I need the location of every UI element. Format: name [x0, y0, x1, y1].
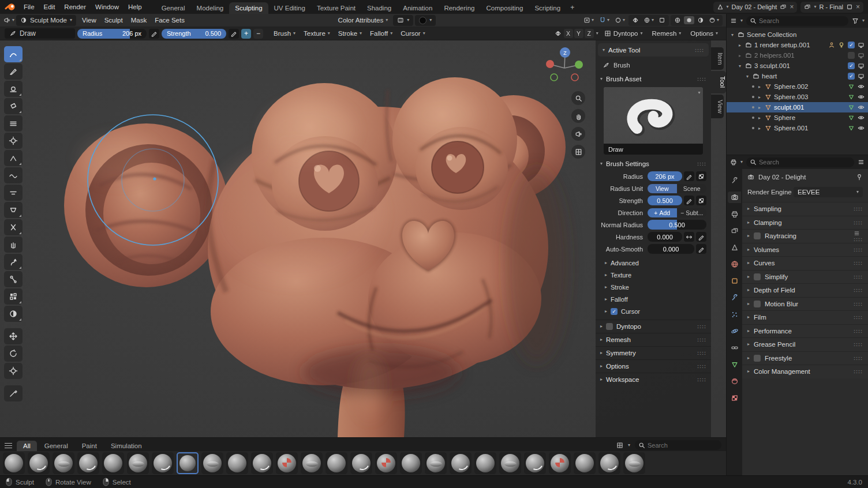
brush-asset-thumbnail[interactable] [574, 452, 596, 474]
normal-radius-field[interactable]: 0.500 [648, 220, 706, 230]
shelf-tab-all[interactable]: All [17, 441, 37, 451]
workspace-tab-modeling[interactable]: Modeling [191, 2, 230, 14]
zoom-button[interactable] [571, 91, 585, 105]
brush-asset-thumbnail[interactable] [77, 452, 99, 474]
radius-slider[interactable]: Radius206 px [77, 29, 147, 39]
menu-edit[interactable]: Edit [39, 2, 60, 12]
subsection-falloff[interactable]: ▸Falloff [596, 293, 711, 305]
outliner-editor-icon[interactable] [730, 17, 737, 24]
panel-dyntopo[interactable]: ▸Dyntopo:::: [596, 320, 711, 333]
brush-asset-thumbnail[interactable] [450, 452, 472, 474]
brush-asset-header[interactable]: ▾Brush Asset:::: [596, 72, 711, 85]
radius-unit-view-button[interactable]: View [648, 184, 677, 193]
dyntopo-popover[interactable]: Dyntopo ▾ [601, 29, 646, 38]
hardness-pressure-icon[interactable] [696, 232, 706, 242]
popover-brush[interactable]: Brush ▾ [270, 29, 299, 38]
navigation-gizmo[interactable]: Z [541, 44, 588, 90]
shelf-tab-general[interactable]: General [38, 441, 74, 451]
viewport-menu-sculpt[interactable]: Sculpt [100, 16, 127, 25]
strength-pressure-icon[interactable] [229, 29, 239, 39]
panel-symmetry[interactable]: ▸Symmetry:::: [596, 346, 711, 359]
workspace-tab-texture-paint[interactable]: Texture Paint [311, 2, 361, 14]
strength-field[interactable]: 0.500 [648, 196, 682, 205]
tool-flatten[interactable] [4, 185, 23, 201]
properties-options-icon[interactable] [858, 159, 865, 166]
hide-eye-icon[interactable] [858, 83, 865, 90]
shading-material-button[interactable] [695, 16, 706, 24]
brush-asset-thumbnail[interactable] [326, 452, 347, 474]
workspace-tab-shading[interactable]: Shading [361, 2, 397, 14]
radius-pressure-icon[interactable] [684, 171, 694, 181]
section-color-management[interactable]: ▸Color Management :::: [742, 365, 868, 378]
snapping-button[interactable]: ▾ [597, 16, 611, 24]
disable-in-renders-icon[interactable] [858, 62, 865, 69]
mirror-y-toggle[interactable]: Y [574, 29, 583, 38]
options-popover[interactable]: Options ▾ [687, 29, 721, 38]
shelf-search-input[interactable] [635, 440, 721, 450]
menu-help[interactable]: Help [124, 2, 147, 12]
tool-clay-strips[interactable] [4, 98, 23, 114]
section-raytracing[interactable]: ▸Raytracing :::: [742, 229, 868, 243]
collection-checkbox[interactable]: ✓ [848, 62, 855, 69]
hide-eye-icon[interactable] [858, 93, 865, 100]
pin-icon[interactable] [856, 174, 863, 181]
section-curves[interactable]: ▸Curves :::: [742, 256, 868, 270]
popover-texture[interactable]: Texture ▾ [300, 29, 334, 38]
remesh-popover[interactable]: Remesh ▾ [649, 29, 685, 38]
outliner-row-2-helpers-001[interactable]: ▸2 helpers.001 [727, 50, 868, 61]
props-tab-constraints[interactable] [728, 342, 741, 354]
tool-grab[interactable] [4, 237, 23, 253]
section-sampling[interactable]: ▸Sampling :::: [742, 202, 868, 216]
raytracing-checkbox[interactable] [754, 232, 761, 239]
props-tab-scene[interactable] [728, 242, 741, 253]
dyntopo-checkbox[interactable] [606, 323, 613, 330]
new-scene-icon[interactable] [780, 3, 787, 10]
radius-unified-icon[interactable] [696, 171, 706, 181]
tool-pinch[interactable] [4, 219, 23, 235]
hide-eye-icon[interactable] [858, 114, 865, 121]
outliner-row-sphere-003[interactable]: ▸Sphere.003 [727, 92, 868, 102]
collection-checkbox[interactable]: ✓ [848, 42, 855, 48]
section-freestyle[interactable]: ▸Freestyle :::: [742, 351, 868, 365]
active-tool-panel-header[interactable]: ▾Active Tool:::: [598, 43, 709, 57]
subsection-texture[interactable]: ▸Texture [596, 269, 711, 281]
brush-asset-thumbnail[interactable] [127, 452, 149, 474]
workspace-tab-sculpting[interactable]: Sculpting [229, 2, 268, 14]
subsection-advanced[interactable]: ▸Advanced [596, 257, 711, 269]
workspace-tab-rendering[interactable]: Rendering [438, 2, 480, 14]
new-view-layer-icon[interactable] [846, 3, 853, 10]
gizmo-toggle[interactable] [630, 16, 641, 24]
camera-view-button[interactable] [571, 127, 585, 141]
workspace-tab-compositing[interactable]: Compositing [480, 2, 529, 14]
brush-asset-thumbnail[interactable] [499, 452, 521, 474]
popover-stroke[interactable]: Stroke ▾ [335, 29, 365, 38]
mirror-z-toggle[interactable]: Z [585, 29, 594, 38]
tool-transform[interactable] [4, 363, 23, 379]
panel-remesh[interactable]: ▸Remesh:::: [596, 333, 711, 346]
filter-icon[interactable] [852, 17, 859, 24]
panel-workspace[interactable]: ▸Workspace:::: [596, 373, 711, 386]
section-volumes[interactable]: ▸Volumes :::: [742, 243, 868, 257]
properties-search-input[interactable] [746, 157, 854, 167]
hide-eye-icon[interactable] [858, 104, 865, 111]
viewport-3d[interactable]: Z ▾Active Tool:::: Brush ▾Brush Ass [0, 40, 726, 437]
proportional-editing-button[interactable]: ▾ [613, 16, 627, 24]
props-tab-particles[interactable] [728, 309, 741, 320]
outliner-search-input[interactable] [746, 16, 848, 26]
brush-asset-thumbnail[interactable] [400, 452, 422, 474]
subsection-cursor[interactable]: ▸✓Cursor [596, 305, 711, 317]
color-attributes-dropdown[interactable]: Color Attributes ▾ [335, 16, 392, 25]
outliner-row-sphere-002[interactable]: ▸Sphere.002 [727, 81, 868, 92]
xray-toggle[interactable] [657, 16, 667, 24]
tool-inflate[interactable] [4, 133, 23, 149]
disable-in-renders-icon[interactable] [858, 42, 865, 48]
workspace-tab-general[interactable]: General [156, 2, 191, 14]
tool-draw-sharp[interactable] [4, 63, 23, 80]
strength-pressure-icon[interactable] [684, 196, 694, 205]
tool-annotate[interactable] [4, 385, 23, 401]
freestyle-checkbox[interactable] [754, 355, 761, 362]
menu-render[interactable]: Render [59, 2, 91, 12]
shading-solid-button[interactable] [684, 16, 694, 24]
props-tab-world[interactable] [728, 258, 741, 270]
props-tab-texture[interactable] [728, 392, 741, 404]
